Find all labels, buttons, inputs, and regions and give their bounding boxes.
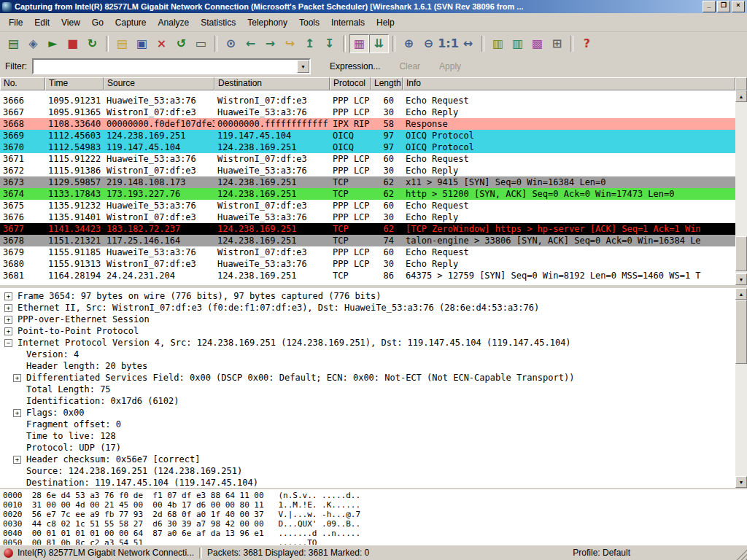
packet-row-3676[interactable]: 36761135.91401WistronI_07:df:e3HuaweiTe_… <box>0 211 735 223</box>
expand-icon[interactable]: + <box>4 304 12 312</box>
packet-row-3667[interactable]: 36671095.91365WistronI_07:df:e3HuaweiTe_… <box>0 106 735 118</box>
column-header-length[interactable]: Length <box>371 77 403 90</box>
detail-line[interactable]: +Point-to-Point Protocol <box>0 325 735 337</box>
detail-line[interactable]: +Header checksum: 0x56e7 [correct] <box>0 454 735 465</box>
detail-line[interactable]: Source: 124.238.169.251 (124.238.169.251… <box>0 465 735 477</box>
column-header-source[interactable]: Source <box>104 77 214 90</box>
open-file-button[interactable]: ▤ <box>112 34 132 53</box>
detail-line[interactable]: +Flags: 0x00 <box>0 407 735 419</box>
zoom-normal-button[interactable]: 1:1 <box>438 34 458 53</box>
resize-columns-button[interactable]: ↔ <box>458 34 478 53</box>
detail-line[interactable]: −Internet Protocol Version 4, Src: 124.2… <box>0 337 735 349</box>
maximize-button[interactable]: ❐ <box>717 1 730 12</box>
zoom-out-button[interactable]: ⊖ <box>419 34 438 53</box>
detail-line[interactable]: +Ethernet II, Src: WistronI_07:df:e3 (f0… <box>0 302 735 314</box>
hex-line[interactable]: 0050 00 81 0b 8c c2 a3 54 51 ......TQ <box>3 538 747 545</box>
minimize-button[interactable]: _ <box>703 1 716 12</box>
hex-line[interactable]: 0030 44 c8 02 1c 51 55 58 27 d6 30 39 a7… <box>3 519 747 529</box>
resize-grip[interactable] <box>736 549 747 560</box>
display-filter-button[interactable]: ▥ <box>508 34 527 53</box>
capture-filter-button[interactable]: ▥ <box>488 34 508 53</box>
scroll-up-icon[interactable]: ▲ <box>735 288 747 300</box>
filter-input[interactable] <box>34 60 297 73</box>
go-back-button[interactable]: ← <box>241 34 260 53</box>
menu-internals[interactable]: Internals <box>325 15 371 30</box>
scroll-down-icon[interactable]: ▼ <box>735 273 747 285</box>
stop-capture-button[interactable]: ■ <box>63 34 82 53</box>
goto-first-button[interactable]: ↥ <box>300 34 320 53</box>
close-file-button[interactable]: × <box>152 34 171 53</box>
detail-line[interactable]: Version: 4 <box>0 349 735 360</box>
menu-help[interactable]: Help <box>371 15 400 30</box>
start-capture-button[interactable]: ► <box>43 34 63 53</box>
packet-row-3681[interactable]: 36811164.2819424.24.231.204124.238.169.2… <box>0 270 735 281</box>
packet-row-3675[interactable]: 36751135.91232HuaweiTe_53:a3:76WistronI_… <box>0 200 735 211</box>
column-header-info[interactable]: Info <box>403 77 735 90</box>
expand-icon[interactable]: + <box>4 327 12 335</box>
menu-telephony[interactable]: Telephony <box>241 15 293 30</box>
packet-row-3680[interactable]: 36801155.91313WistronI_07:df:e3HuaweiTe_… <box>0 258 735 270</box>
packet-row-3666[interactable]: 36661095.91231HuaweiTe_53:a3:76WistronI_… <box>0 95 735 106</box>
clear-button[interactable]: Clear <box>399 61 420 71</box>
expression-button[interactable]: Expression... <box>330 61 380 71</box>
detail-line[interactable]: Identification: 0x17d6 (6102) <box>0 395 735 407</box>
packet-list-scrollbar[interactable]: ▲ ▼ <box>735 90 747 285</box>
collapse-icon[interactable]: − <box>4 339 12 347</box>
reload-button[interactable]: ↺ <box>171 34 191 53</box>
help-button[interactable]: ? <box>577 34 597 53</box>
packet-row-3674[interactable]: 36741133.17843173.193.227.76124.238.169.… <box>0 188 735 200</box>
scroll-down-icon[interactable]: ▼ <box>735 476 747 488</box>
detail-line[interactable]: Total Length: 75 <box>0 384 735 395</box>
column-header-time[interactable]: Time <box>45 77 104 90</box>
expert-info-icon[interactable] <box>4 548 13 558</box>
details-scrollbar[interactable]: ▲ ▼ <box>735 288 747 488</box>
packet-row-3678[interactable]: 36781151.21321117.25.146.164124.238.169.… <box>0 235 735 246</box>
menu-statistics[interactable]: Statistics <box>195 15 241 30</box>
restart-capture-button[interactable]: ↻ <box>82 34 102 53</box>
hex-line[interactable]: 0000 28 6e d4 53 a3 76 f0 de f1 07 df e3… <box>3 491 747 500</box>
hex-line[interactable]: 0040 00 01 01 01 01 00 00 64 87 a0 6e af… <box>3 529 747 538</box>
goto-packet-button[interactable]: ↪ <box>280 34 300 53</box>
packet-row-3673[interactable]: 36731129.59857219.148.108.173124.238.169… <box>0 176 735 188</box>
expand-icon[interactable]: + <box>4 292 12 300</box>
coloring-rules-button[interactable]: ▩ <box>527 34 547 53</box>
filter-dropdown-button[interactable]: ▼ <box>297 60 309 73</box>
packet-row-3672[interactable]: 36721115.91386WistronI_07:df:e3HuaweiTe_… <box>0 165 735 176</box>
column-header-destination[interactable]: Destination <box>214 77 330 90</box>
zoom-in-button[interactable]: ⊕ <box>399 34 419 53</box>
save-file-button[interactable]: ▣ <box>132 34 152 53</box>
preferences-button[interactable]: ⊞ <box>547 34 567 53</box>
packet-row-3670[interactable]: 36701112.54983119.147.45.104124.238.169.… <box>0 141 735 153</box>
expand-icon[interactable]: + <box>13 374 21 382</box>
print-button[interactable]: ▭ <box>191 34 211 53</box>
column-header-no[interactable]: No. <box>0 77 45 90</box>
detail-line[interactable]: Protocol: UDP (17) <box>0 442 735 454</box>
detail-line[interactable]: +Frame 3654: 97 bytes on wire (776 bits)… <box>0 290 735 302</box>
goto-last-button[interactable]: ↧ <box>320 34 339 53</box>
colorize-toggle[interactable]: ▦ <box>349 34 369 53</box>
close-window-button[interactable]: × <box>732 1 745 12</box>
menu-go[interactable]: Go <box>86 15 109 30</box>
menu-edit[interactable]: Edit <box>28 15 55 30</box>
packet-row-3677[interactable]: 36771141.34423183.182.72.237124.238.169.… <box>0 223 735 235</box>
expand-icon[interactable]: + <box>4 316 12 324</box>
detail-line[interactable]: Time to live: 128 <box>0 430 735 442</box>
capture-options-button[interactable]: ◈ <box>23 34 43 53</box>
detail-line[interactable]: Fragment offset: 0 <box>0 419 735 430</box>
detail-line[interactable]: Destination: 119.147.45.104 (119.147.45.… <box>0 477 735 488</box>
expand-icon[interactable]: + <box>13 409 21 417</box>
detail-line[interactable]: +PPP-over-Ethernet Session <box>0 314 735 325</box>
menu-file[interactable]: File <box>3 15 28 30</box>
column-header-protocol[interactable]: Protocol <box>330 77 371 90</box>
menu-view[interactable]: View <box>55 15 86 30</box>
packet-row-3671[interactable]: 36711115.91222HuaweiTe_53:a3:76WistronI_… <box>0 153 735 165</box>
go-forward-button[interactable]: → <box>260 34 280 53</box>
packet-list-scrollbar-thumb[interactable] <box>735 236 747 271</box>
detail-line[interactable]: +Differentiated Services Field: 0x00 (DS… <box>0 372 735 384</box>
apply-button[interactable]: Apply <box>439 61 461 71</box>
menu-analyze[interactable]: Analyze <box>152 15 196 30</box>
menu-tools[interactable]: Tools <box>293 15 325 30</box>
hex-line[interactable]: 0010 31 00 00 4d 00 21 45 00 00 4b 17 d6… <box>3 500 747 510</box>
detail-line[interactable]: Header length: 20 bytes <box>0 360 735 372</box>
scroll-up-icon[interactable]: ▲ <box>735 90 747 102</box>
